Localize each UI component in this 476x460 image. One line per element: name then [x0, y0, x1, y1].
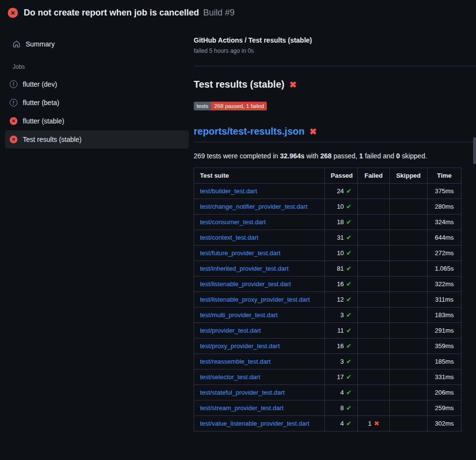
test-suite-cell: test/listenable_proxy_provider_test.dart — [194, 292, 325, 307]
skipped-cell — [390, 354, 428, 369]
summary-duration: 32.964s — [280, 152, 305, 160]
failed-x-icon: ✖ — [309, 126, 317, 137]
page-title: Do not create report when job is cancell… — [24, 8, 235, 18]
test-suite-link[interactable]: test/change_notifier_provider_test.dart — [200, 203, 307, 210]
passed-cell: 10✔ — [325, 245, 358, 261]
skipped-cell — [390, 230, 428, 245]
summary-passed-count: 268 — [321, 152, 332, 160]
failed-cell — [358, 369, 390, 385]
test-suite-link[interactable]: test/builder_test.dart — [200, 187, 257, 195]
summary-text: failed and — [363, 152, 397, 160]
test-suite-cell: test/stream_provider_test.dart — [194, 400, 325, 416]
failed-cell — [358, 338, 390, 354]
col-header-time: Time — [428, 168, 461, 184]
test-suite-link[interactable]: test/value_listenable_provider_test.dart — [200, 420, 309, 427]
passed-count: 18 — [337, 218, 344, 226]
test-suite-link[interactable]: test/reassemble_test.dart — [200, 358, 271, 365]
test-suite-link[interactable]: test/stateful_provider_test.dart — [200, 389, 285, 396]
table-row: test/stream_provider_test.dart8✔259ms — [194, 400, 461, 416]
passed-cell: 18✔ — [325, 215, 358, 230]
main-content: GitHub Actions / Test results (stable) f… — [194, 24, 476, 431]
skipped-cell — [390, 245, 428, 261]
failed-cell — [358, 354, 390, 369]
skipped-cell — [390, 199, 428, 215]
time-cell: 206ms — [428, 385, 461, 400]
test-suite-cell: test/proxy_provider_test.dart — [194, 338, 325, 354]
skipped-cell — [390, 292, 428, 307]
check-icon: ✔ — [346, 327, 352, 334]
test-suite-cell: test/stateful_provider_test.dart — [194, 385, 325, 400]
passed-cell: 10✔ — [325, 199, 358, 215]
test-suite-cell: test/provider_test.dart — [194, 323, 325, 338]
x-circle-icon: ✕ — [10, 136, 17, 143]
passed-cell: 16✔ — [325, 338, 358, 354]
summary-line: 269 tests were completed in 32.964s with… — [194, 152, 476, 160]
passed-cell: 81✔ — [325, 261, 358, 276]
col-header-failed: Failed — [358, 168, 390, 184]
sidebar-item-summary[interactable]: Summary — [8, 36, 186, 52]
table-row: test/provider_test.dart11✔291ms — [194, 323, 461, 338]
time-cell: 280ms — [428, 199, 461, 215]
failed-cell — [358, 385, 390, 400]
test-suite-link[interactable]: test/proxy_provider_test.dart — [200, 342, 280, 350]
x-circle-icon: ✕ — [10, 117, 17, 125]
test-suite-link[interactable]: test/listenable_proxy_provider_test.dart — [200, 296, 310, 303]
passed-count: 16 — [337, 342, 344, 350]
test-suite-link[interactable]: test/stream_provider_test.dart — [200, 404, 284, 412]
summary-label: Summary — [26, 40, 55, 48]
table-row: test/multi_provider_test.dart3✔183ms — [194, 307, 461, 323]
test-suite-link[interactable]: test/future_provider_test.dart — [200, 249, 280, 257]
col-header-test-suite: Test suite — [194, 168, 325, 184]
results-table-body: test/builder_test.dart24✔375mstest/chang… — [194, 184, 461, 431]
summary-text: 269 tests were completed in — [194, 152, 280, 160]
report-link[interactable]: reports/test-results.json — [194, 126, 305, 137]
test-suite-cell: test/consumer_test.dart — [194, 215, 325, 230]
sidebar-job-item[interactable]: !flutter (beta) — [5, 93, 189, 112]
passed-cell: 4✔ — [325, 416, 358, 431]
test-suite-link[interactable]: test/provider_test.dart — [200, 327, 261, 334]
time-cell: 311ms — [428, 292, 461, 307]
badge-value: 268 passed, 1 failed — [211, 102, 267, 110]
check-icon: ✔ — [346, 280, 352, 288]
test-suite-link[interactable]: test/selector_test.dart — [200, 373, 260, 381]
col-header-passed: Passed — [325, 168, 358, 184]
passed-count: 81 — [337, 265, 344, 272]
passed-cell: 11✔ — [325, 323, 358, 338]
failed-status-icon: ✕ — [8, 8, 18, 18]
test-suite-cell: test/builder_test.dart — [194, 184, 325, 199]
test-suite-cell: test/listenable_provider_test.dart — [194, 276, 325, 292]
sidebar-job-item[interactable]: ✕Test results (stable) — [5, 130, 189, 149]
time-cell: 375ms — [428, 184, 461, 199]
test-suite-cell: test/inherited_provider_test.dart — [194, 261, 325, 276]
skipped-cell — [390, 323, 428, 338]
sidebar-job-item[interactable]: !flutter (dev) — [5, 75, 189, 93]
passed-cell: 31✔ — [325, 230, 358, 245]
passed-cell: 12✔ — [325, 292, 358, 307]
check-icon: ✔ — [346, 342, 352, 350]
skipped-cell — [390, 261, 428, 276]
check-icon: ✔ — [346, 420, 352, 427]
scrollbar-thumb[interactable] — [473, 137, 476, 164]
passed-count: 24 — [337, 187, 344, 195]
time-cell: 291ms — [428, 323, 461, 338]
passed-cell: 8✔ — [325, 400, 358, 416]
failed-cell — [358, 215, 390, 230]
table-row: test/listenable_proxy_provider_test.dart… — [194, 292, 461, 307]
run-meta: failed 5 hours ago in 0s — [194, 47, 476, 54]
table-row: test/consumer_test.dart18✔324ms — [194, 215, 461, 230]
skipped-cell — [390, 369, 428, 385]
test-suite-link[interactable]: test/inherited_provider_test.dart — [200, 265, 289, 272]
test-suite-link[interactable]: test/multi_provider_test.dart — [200, 311, 277, 319]
skipped-cell — [390, 307, 428, 323]
results-table: Test suite Passed Failed Skipped Time te… — [194, 168, 461, 431]
sidebar-job-item[interactable]: ✕flutter (stable) — [5, 112, 189, 130]
test-suite-link[interactable]: test/context_test.dart — [200, 234, 259, 241]
failed-cell — [358, 400, 390, 416]
check-icon: ✔ — [346, 404, 352, 412]
failed-cell — [358, 199, 390, 215]
failed-cell — [358, 276, 390, 292]
page-header: ✕ Do not create report when job is cance… — [0, 0, 476, 24]
test-suite-link[interactable]: test/listenable_provider_test.dart — [200, 280, 291, 288]
test-suite-link[interactable]: test/consumer_test.dart — [200, 218, 266, 226]
check-icon: ✔ — [346, 203, 352, 210]
